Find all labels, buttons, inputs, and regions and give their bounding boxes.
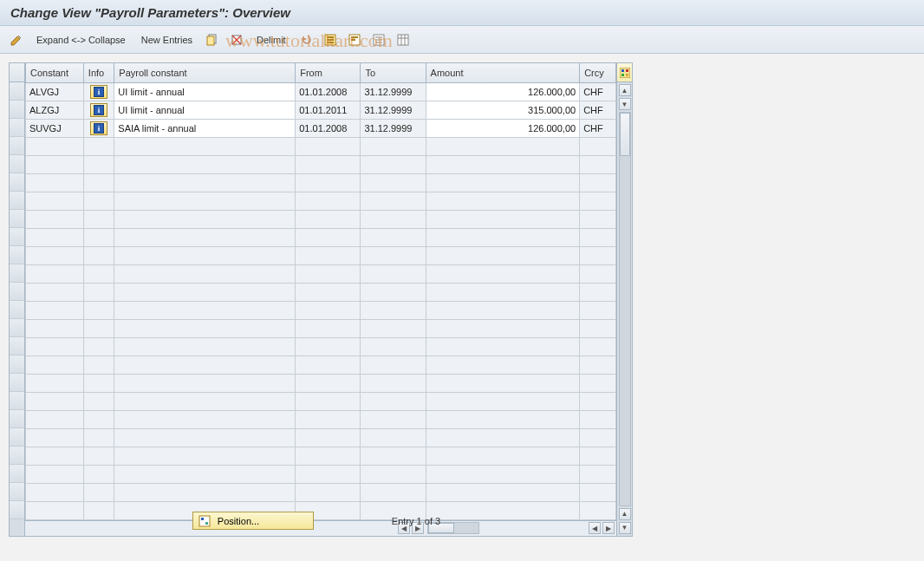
cell-payroll-constant[interactable]: SAIA limit - annual	[114, 119, 296, 137]
undo-icon[interactable]	[298, 32, 314, 48]
info-button[interactable]: i	[90, 121, 107, 135]
table-row-empty[interactable]	[26, 447, 616, 465]
empty-cell[interactable]	[361, 428, 426, 447]
empty-cell[interactable]	[114, 192, 296, 210]
empty-cell[interactable]	[296, 137, 361, 155]
empty-cell[interactable]	[361, 410, 426, 428]
row-handle[interactable]	[10, 447, 24, 465]
empty-cell[interactable]	[114, 155, 296, 173]
empty-cell[interactable]	[361, 465, 426, 483]
empty-cell[interactable]	[361, 483, 426, 501]
row-handle[interactable]	[10, 246, 24, 264]
row-handle[interactable]	[10, 228, 24, 246]
empty-cell[interactable]	[361, 356, 426, 374]
empty-cell[interactable]	[83, 264, 114, 283]
cell-amount[interactable]: 315.000,00	[426, 101, 580, 119]
select-all-icon[interactable]	[322, 32, 338, 48]
empty-cell[interactable]	[426, 283, 580, 301]
empty-cell[interactable]	[83, 137, 114, 155]
table-row-empty[interactable]	[26, 210, 616, 228]
empty-cell[interactable]	[26, 447, 84, 465]
cell-crcy[interactable]: CHF	[580, 119, 616, 137]
empty-cell[interactable]	[83, 246, 114, 264]
table-row-empty[interactable]	[26, 228, 616, 246]
empty-cell[interactable]	[580, 137, 616, 155]
table-row-empty[interactable]	[26, 192, 616, 210]
empty-cell[interactable]	[83, 483, 114, 501]
empty-cell[interactable]	[296, 155, 361, 173]
row-handle[interactable]	[10, 155, 24, 173]
empty-cell[interactable]	[580, 447, 616, 465]
empty-cell[interactable]	[296, 447, 361, 465]
table-row-empty[interactable]	[26, 392, 616, 410]
empty-cell[interactable]	[296, 264, 361, 283]
empty-cell[interactable]	[26, 483, 84, 501]
empty-cell[interactable]	[580, 483, 616, 501]
empty-cell[interactable]	[26, 173, 84, 192]
empty-cell[interactable]	[114, 283, 296, 301]
empty-cell[interactable]	[426, 447, 580, 465]
empty-cell[interactable]	[580, 228, 616, 246]
empty-cell[interactable]	[114, 392, 296, 410]
row-handle[interactable]	[10, 101, 24, 119]
empty-cell[interactable]	[426, 428, 580, 447]
table-row-empty[interactable]	[26, 301, 616, 319]
table-row-empty[interactable]	[26, 319, 616, 337]
empty-cell[interactable]	[83, 447, 114, 465]
empty-cell[interactable]	[83, 337, 114, 356]
empty-cell[interactable]	[114, 483, 296, 501]
empty-cell[interactable]	[114, 465, 296, 483]
empty-cell[interactable]	[361, 264, 426, 283]
empty-cell[interactable]	[114, 447, 296, 465]
empty-cell[interactable]	[26, 301, 84, 319]
empty-cell[interactable]	[361, 137, 426, 155]
empty-cell[interactable]	[83, 356, 114, 374]
empty-cell[interactable]	[361, 246, 426, 264]
empty-cell[interactable]	[114, 319, 296, 337]
cell-payroll-constant[interactable]: UI limit - annual	[114, 82, 296, 101]
empty-cell[interactable]	[296, 428, 361, 447]
empty-cell[interactable]	[114, 228, 296, 246]
empty-cell[interactable]	[426, 483, 580, 501]
row-handle[interactable]	[10, 465, 24, 483]
empty-cell[interactable]	[296, 410, 361, 428]
empty-cell[interactable]	[580, 392, 616, 410]
empty-cell[interactable]	[580, 374, 616, 392]
row-handle[interactable]	[10, 319, 24, 337]
cell-from[interactable]: 01.01.2008	[296, 119, 361, 137]
table-row-empty[interactable]	[26, 356, 616, 374]
row-handle[interactable]	[10, 264, 24, 283]
empty-cell[interactable]	[580, 155, 616, 173]
empty-cell[interactable]	[296, 465, 361, 483]
empty-cell[interactable]	[83, 374, 114, 392]
empty-cell[interactable]	[83, 392, 114, 410]
empty-cell[interactable]	[83, 192, 114, 210]
empty-cell[interactable]	[114, 410, 296, 428]
cell-from[interactable]: 01.01.2011	[296, 101, 361, 119]
empty-cell[interactable]	[426, 173, 580, 192]
configure-table-icon[interactable]	[617, 63, 632, 82]
empty-cell[interactable]	[361, 392, 426, 410]
cell-to[interactable]: 31.12.9999	[361, 101, 426, 119]
new-entries-button[interactable]: New Entries	[138, 33, 196, 47]
empty-cell[interactable]	[296, 356, 361, 374]
empty-cell[interactable]	[26, 374, 84, 392]
table-row[interactable]: ALVGJiUI limit - annual01.01.200831.12.9…	[26, 82, 616, 101]
empty-cell[interactable]	[296, 173, 361, 192]
empty-cell[interactable]	[426, 210, 580, 228]
empty-cell[interactable]	[26, 465, 84, 483]
cell-crcy[interactable]: CHF	[580, 101, 616, 119]
empty-cell[interactable]	[361, 155, 426, 173]
empty-cell[interactable]	[296, 192, 361, 210]
row-handle[interactable]	[10, 410, 24, 428]
empty-cell[interactable]	[426, 228, 580, 246]
row-handle[interactable]	[10, 392, 24, 410]
empty-cell[interactable]	[580, 319, 616, 337]
empty-cell[interactable]	[26, 246, 84, 264]
cell-constant[interactable]: ALZGJ	[26, 101, 84, 119]
empty-cell[interactable]	[426, 192, 580, 210]
empty-cell[interactable]	[114, 264, 296, 283]
cell-to[interactable]: 31.12.9999	[361, 82, 426, 101]
empty-cell[interactable]	[361, 319, 426, 337]
table-row-empty[interactable]	[26, 155, 616, 173]
